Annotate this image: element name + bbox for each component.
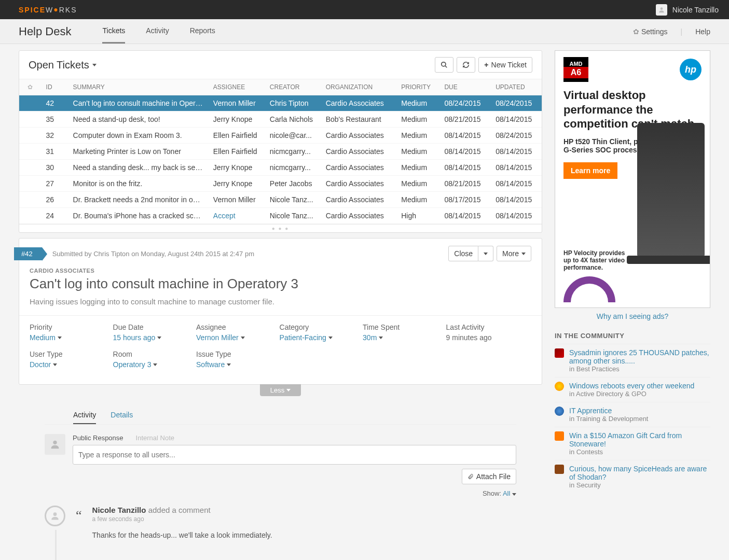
device-image bbox=[637, 154, 710, 258]
svg-point-0 bbox=[660, 7, 663, 10]
caret-down-icon bbox=[484, 253, 488, 255]
brand-logo[interactable]: SPICEW●RKS bbox=[19, 6, 77, 14]
table-row[interactable]: 24Dr. Bouma's iPhone has a cracked scree… bbox=[19, 208, 542, 224]
col-priority[interactable]: PRIORITY bbox=[396, 79, 439, 95]
ticket-property: Last Activity9 minutes ago bbox=[446, 323, 530, 342]
subtab-details[interactable]: Details bbox=[111, 407, 133, 424]
comment-header: Nicole Tanzillo added a comment bbox=[92, 506, 516, 514]
community-icon bbox=[555, 407, 564, 416]
ticket-property[interactable]: User TypeDoctor bbox=[30, 350, 113, 369]
ad-velocity-text: HP Velocity provides up to 4X faster vid… bbox=[555, 249, 637, 271]
caret-down-icon bbox=[92, 64, 97, 66]
user-avatar-icon bbox=[656, 4, 667, 16]
ticket-property[interactable]: Due Date15 hours ago bbox=[113, 323, 197, 342]
table-row[interactable]: 42Can't log into consult machine in Oper… bbox=[19, 95, 542, 111]
col-creator[interactable]: CREATOR bbox=[265, 79, 321, 95]
col-org[interactable]: ORGANIZATION bbox=[321, 79, 396, 95]
why-ads-link[interactable]: Why am I seeing ads? bbox=[597, 312, 669, 320]
ticket-property[interactable]: AssigneeVernon Miller bbox=[196, 323, 280, 342]
comment-timestamp: a few seconds ago bbox=[92, 515, 516, 523]
tab-tickets[interactable]: Tickets bbox=[102, 19, 125, 44]
ticket-title: Can't log into consult machine in Operat… bbox=[30, 276, 531, 292]
table-row[interactable]: 32Computer down in Exam Room 3.Ellen Fai… bbox=[19, 128, 542, 144]
public-response-tab[interactable]: Public Response bbox=[73, 434, 123, 442]
community-icon bbox=[555, 348, 564, 358]
community-item[interactable]: Curious, how many SpiceHeads are aware o… bbox=[555, 460, 710, 493]
community-item[interactable]: Sysadmin ignores 25 THOUSAND patches, am… bbox=[555, 344, 710, 377]
ticket-description: Having issues logging into to consult ma… bbox=[30, 297, 531, 306]
paperclip-icon bbox=[467, 473, 474, 480]
ticket-property[interactable]: CategoryPatient-Facing bbox=[280, 323, 363, 342]
community-icon bbox=[555, 382, 564, 391]
current-user-avatar bbox=[45, 434, 65, 455]
page-title: Help Desk bbox=[19, 25, 71, 38]
gear-icon: ✿ bbox=[633, 27, 639, 36]
search-button[interactable] bbox=[435, 57, 453, 73]
col-assignee[interactable]: ASSIGNEE bbox=[208, 79, 265, 95]
ticket-property[interactable]: PriorityMedium bbox=[30, 323, 113, 342]
settings-link[interactable]: ✿ Settings bbox=[633, 27, 667, 36]
amd-logo: AMDA6 bbox=[563, 57, 588, 82]
attach-file-button[interactable]: Attach File bbox=[462, 469, 516, 484]
table-row[interactable]: 27Monitor is on the fritz.Jerry KnopePet… bbox=[19, 176, 542, 192]
community-heading: IN THE COMMUNITY bbox=[555, 332, 710, 340]
help-link[interactable]: Help bbox=[695, 27, 710, 36]
svg-point-3 bbox=[53, 441, 57, 444]
resize-grip[interactable]: ● ● ● bbox=[19, 224, 542, 232]
caret-down-icon bbox=[521, 253, 526, 255]
tab-reports[interactable]: Reports bbox=[190, 19, 215, 44]
close-dropdown[interactable] bbox=[478, 246, 493, 261]
ticket-id-badge: #42 bbox=[14, 247, 42, 260]
organization-label: CARDIO ASSOCIATES bbox=[30, 268, 531, 274]
new-ticket-button[interactable]: + New Ticket bbox=[478, 57, 532, 73]
ad-cta-button[interactable]: Learn more bbox=[563, 162, 617, 179]
advertisement[interactable]: AMDA6 hp Virtual desktop performance the… bbox=[555, 50, 710, 308]
quote-icon: “ bbox=[76, 508, 82, 539]
comment-text: Thanks for the heads-up... we'll take a … bbox=[92, 531, 516, 539]
submitted-by: Submitted by Chris Tipton on Monday, Aug… bbox=[52, 250, 254, 258]
plus-icon: + bbox=[484, 61, 488, 69]
collapse-button[interactable]: Less bbox=[260, 384, 301, 396]
refresh-button[interactable] bbox=[457, 57, 475, 73]
community-item[interactable]: Win a $150 Amazon Gift Card from Stonewa… bbox=[555, 427, 710, 460]
user-menu[interactable]: Nicole Tanzillo bbox=[656, 4, 719, 16]
show-filter[interactable]: Show: All bbox=[45, 489, 516, 497]
svg-point-1 bbox=[442, 62, 446, 66]
more-button[interactable]: More bbox=[497, 246, 531, 261]
gauge-icon bbox=[563, 276, 615, 302]
community-item[interactable]: IT Apprenticein Training & Development bbox=[555, 402, 710, 427]
svg-line-2 bbox=[445, 66, 447, 68]
close-button[interactable]: Close bbox=[448, 246, 478, 261]
table-settings-icon[interactable]: ✿ bbox=[19, 79, 41, 95]
col-due[interactable]: DUE bbox=[439, 79, 490, 95]
caret-down-icon bbox=[512, 493, 516, 496]
svg-point-4 bbox=[53, 512, 57, 516]
response-input[interactable] bbox=[73, 445, 516, 465]
internal-note-tab[interactable]: Internal Note bbox=[136, 434, 174, 442]
tab-activity[interactable]: Activity bbox=[146, 19, 169, 44]
community-icon bbox=[555, 431, 564, 441]
hp-logo: hp bbox=[680, 59, 702, 80]
commenter-avatar bbox=[45, 506, 65, 526]
col-summary[interactable]: SUMMARY bbox=[68, 79, 208, 95]
ticket-property[interactable]: Time Spent30m bbox=[363, 323, 446, 342]
user-name: Nicole Tanzillo bbox=[672, 6, 719, 14]
table-row[interactable]: 35Need a stand-up desk, too!Jerry KnopeC… bbox=[19, 111, 542, 128]
ticket-property[interactable]: Issue TypeSoftware bbox=[196, 350, 280, 369]
subtab-activity[interactable]: Activity bbox=[73, 407, 96, 424]
table-row[interactable]: 31Marketing Printer is Low on TonerEllen… bbox=[19, 144, 542, 160]
table-row[interactable]: 30Need a standing desk... my back is ser… bbox=[19, 160, 542, 176]
caret-down-icon bbox=[286, 389, 291, 391]
table-row[interactable]: 26Dr. Brackett needs a 2nd monitor in op… bbox=[19, 192, 542, 208]
ticket-property[interactable]: RoomOperatory 3 bbox=[113, 350, 197, 369]
community-item[interactable]: Windows reboots every other weekendin Ac… bbox=[555, 377, 710, 402]
col-updated[interactable]: UPDATED bbox=[490, 79, 542, 95]
ticket-filter-dropdown[interactable]: Open Tickets bbox=[29, 59, 97, 71]
community-icon bbox=[555, 465, 564, 474]
col-id[interactable]: ID bbox=[41, 79, 68, 95]
